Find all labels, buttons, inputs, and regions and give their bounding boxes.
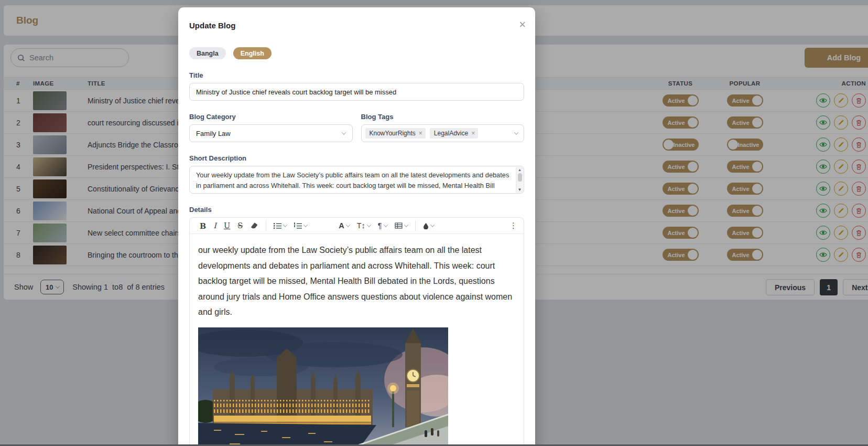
strikethrough-icon[interactable]: S: [234, 219, 246, 232]
chevron-down-icon: [341, 130, 345, 134]
eraser-icon[interactable]: [246, 219, 262, 232]
short-description-label: Short Description: [189, 154, 524, 162]
bold-icon[interactable]: B: [196, 219, 210, 232]
rich-text-editor: B I U S A T↕ ¶: [189, 217, 524, 446]
tag-chip: LegalAdvice×: [430, 128, 478, 139]
title-field-label: Title: [189, 71, 524, 79]
scroll-down-icon[interactable]: ▼: [518, 187, 522, 193]
chevron-down-icon: [514, 130, 518, 134]
blog-admin-page: Blog Add Blog # IMAGE TITLE STATUS POPUL…: [0, 0, 868, 446]
table-icon[interactable]: [391, 219, 411, 232]
font-size-icon[interactable]: T↕: [353, 219, 374, 232]
remove-tag-icon[interactable]: ×: [419, 130, 422, 137]
tags-field-label: Blog Tags: [361, 113, 525, 121]
toolbar-overflow-icon[interactable]: ⋮: [509, 221, 517, 230]
textarea-scrollbar[interactable]: ▲ ▼: [516, 167, 523, 193]
update-blog-modal: Update Blog × Bangla English Title Blog …: [178, 7, 535, 446]
underline-icon[interactable]: U: [220, 219, 234, 232]
tag-chip: KnowYourRights×: [365, 128, 426, 139]
remove-tag-icon[interactable]: ×: [471, 130, 475, 137]
text-highlight-color-icon[interactable]: [419, 219, 438, 232]
editor-content[interactable]: our weekly update from the Law Society’s…: [190, 234, 524, 446]
blog-category-select[interactable]: Family Law: [189, 124, 353, 142]
modal-title: Update Blog: [189, 21, 524, 30]
westminster-image: [198, 327, 448, 446]
editor-paragraph: our weekly update from the Law Society’s…: [198, 242, 522, 320]
tab-english[interactable]: English: [233, 47, 272, 59]
ordered-list-icon[interactable]: [290, 219, 311, 232]
editor-toolbar: B I U S A T↕ ¶: [190, 218, 524, 234]
font-color-icon[interactable]: A: [335, 219, 353, 232]
chevron-down-icon: [303, 222, 308, 227]
italic-icon[interactable]: I: [210, 219, 220, 232]
title-input[interactable]: [189, 83, 524, 101]
scroll-up-icon[interactable]: ▲: [518, 167, 522, 173]
chevron-down-icon: [283, 222, 287, 227]
blog-tags-input[interactable]: KnowYourRights×LegalAdvice×: [361, 124, 525, 142]
paragraph-format-icon[interactable]: ¶: [374, 219, 391, 232]
scrollbar-thumb[interactable]: [518, 173, 522, 182]
language-tabs: Bangla English: [189, 47, 524, 59]
unordered-list-icon[interactable]: [270, 219, 290, 232]
category-field-label: Blog Category: [189, 113, 353, 121]
tab-bangla[interactable]: Bangla: [189, 47, 226, 59]
details-label: Details: [189, 206, 524, 214]
short-description-textarea[interactable]: Your weekly update from the Law Society’…: [189, 166, 524, 194]
close-icon[interactable]: ×: [519, 19, 526, 30]
